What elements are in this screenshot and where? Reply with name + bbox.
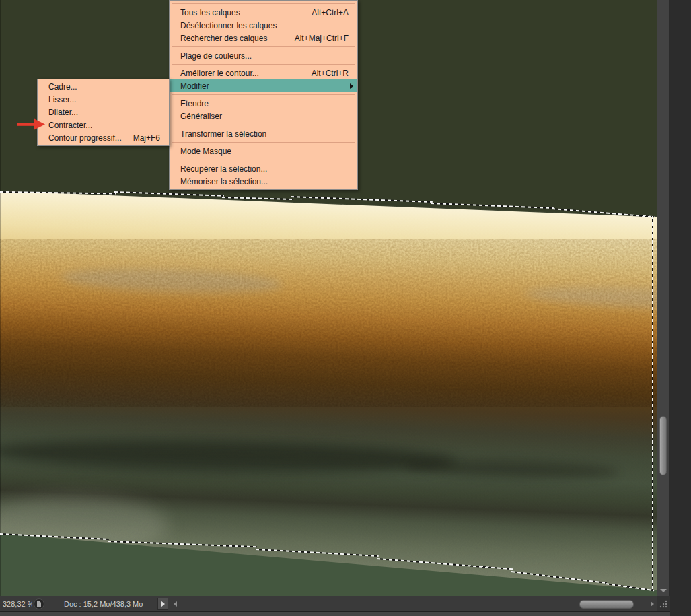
window-bottom-edge [0, 611, 670, 616]
status-menu-button[interactable] [157, 598, 168, 610]
photoshop-window: 328,32 % Doc : 15,2 Mo/438,3 Mo Tous les… [0, 0, 691, 616]
menu-separator [172, 64, 355, 65]
horizontal-scrollbar-thumb[interactable] [579, 600, 634, 609]
menu-item-ameliorer-le-contour[interactable]: Améliorer le contour...Alt+Ctrl+R [170, 67, 357, 79]
menu-item-transformer-la-selection[interactable]: Transformer la sélection [170, 127, 357, 140]
menu-item-label: Modifier [180, 81, 349, 91]
resize-grip-icon [659, 599, 668, 609]
menu-item-label: Transformer la sélection [180, 129, 349, 139]
menu-item-shortcut: Alt+Maj+Ctrl+F [295, 34, 349, 43]
selection-edge-top [291, 196, 433, 203]
menu-separator [172, 160, 355, 160]
menu-separator [172, 94, 355, 95]
menu-item-deselectionner-les-calques[interactable]: Désélectionner les calques [170, 19, 357, 32]
selection-edge-top [114, 191, 224, 197]
menu-item-mode-masque[interactable]: Mode Masque [170, 145, 357, 158]
menu-item-label: Contracter... [48, 121, 160, 130]
menu-item-label: Désélectionner les calques [180, 21, 349, 30]
menu-item-lisser[interactable]: Lisser... [38, 93, 168, 106]
document-size-info: Doc : 15,2 Mo/438,3 Mo [64, 600, 143, 608]
menu-separator [172, 125, 355, 125]
menu-item-dilater[interactable]: Dilater... [38, 106, 168, 118]
menu-item-tous-les-calques[interactable]: Tous les calquesAlt+Ctrl+A [170, 6, 357, 19]
modifier-submenu: Cadre...Lisser...Dilater...Contracter...… [37, 79, 170, 146]
zoom-level-field[interactable]: 328,32 % [0, 600, 32, 608]
menu-item-modifier[interactable]: Modifier [170, 79, 357, 92]
selection-edge-top [431, 203, 554, 209]
menu-item-generaliser[interactable]: Généraliser [170, 110, 357, 123]
menu-separator [172, 46, 355, 47]
menu-item-label: Plage de couleurs... [180, 51, 349, 61]
menu-item-contracter[interactable]: Contracter... [38, 118, 168, 131]
menu-item-label: Mémoriser la sélection... [180, 177, 349, 186]
panel-dock-edge [670, 0, 691, 616]
menu-item-memoriser-la-selection[interactable]: Mémoriser la sélection... [170, 175, 357, 188]
scroll-right-arrow-icon[interactable] [651, 601, 654, 607]
document-status-icon[interactable] [33, 598, 45, 609]
selection-edge-top [222, 197, 293, 200]
menu-item-cadre[interactable]: Cadre... [38, 80, 168, 93]
vertical-scrollbar-thumb[interactable] [659, 416, 667, 475]
vertical-scrollbar[interactable] [657, 0, 669, 596]
menu-item-contour-progressif[interactable]: Contour progressif...Maj+F6 [38, 131, 168, 144]
menu-separator [172, 3, 355, 4]
menu-separator [172, 142, 355, 143]
canvas-left-edge [0, 0, 1, 596]
menu-item-label: Contour progressif... [48, 133, 124, 143]
right-triangle-icon [161, 601, 165, 607]
horizontal-scrollbar[interactable] [178, 599, 649, 609]
menu-item-etendre[interactable]: Etendre [170, 97, 357, 110]
paint-fine-grain-texture [0, 191, 657, 590]
status-bar: 328,32 % Doc : 15,2 Mo/438,3 Mo [0, 596, 670, 611]
menu-item-label: Rechercher des calques [180, 34, 285, 43]
menu-item-label: Mode Masque [180, 147, 349, 156]
resize-grip[interactable] [657, 596, 670, 611]
menu-item-plage-de-couleurs[interactable]: Plage de couleurs... [170, 49, 357, 62]
menu-item-shortcut: Maj+F6 [133, 133, 160, 143]
menu-item-shortcut: Alt+Ctrl+A [312, 8, 349, 18]
annotation-arrow-icon [17, 118, 46, 130]
submenu-arrow-icon [350, 83, 353, 89]
menu-item-label: Cadre... [48, 82, 160, 92]
menu-item-label: Tous les calques [180, 8, 302, 18]
scroll-left-arrow-icon[interactable] [174, 601, 177, 607]
selection-context-menu: Tous les calquesAlt+Ctrl+ADésélectionner… [169, 0, 358, 190]
menu-item-label: Récupérer la sélection... [180, 164, 349, 174]
menu-item-recuperer-la-selection[interactable]: Récupérer la sélection... [170, 162, 357, 175]
menu-item-label: Généraliser [180, 112, 349, 121]
scroll-down-arrow-icon[interactable] [660, 589, 667, 592]
menu-item-label: Dilater... [48, 108, 160, 117]
menu-item-label: Lisser... [48, 95, 160, 104]
menu-item-label: Etendre [180, 99, 349, 108]
menu-item-shortcut: Alt+Ctrl+R [312, 69, 349, 78]
selection-edge-right [652, 216, 653, 590]
menu-item-label: Améliorer le contour... [180, 69, 302, 78]
menu-item-rechercher-des-calques[interactable]: Rechercher des calquesAlt+Maj+Ctrl+F [170, 32, 357, 44]
